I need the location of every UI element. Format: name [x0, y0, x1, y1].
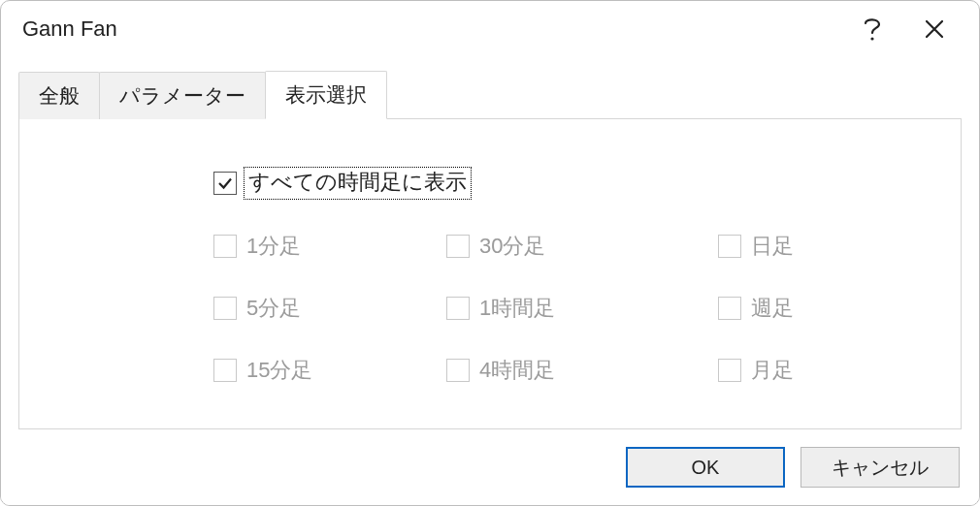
row-w1: 週足 [718, 294, 912, 323]
checkbox-m15[interactable] [213, 359, 237, 382]
svg-point-0 [870, 37, 873, 40]
label-all-timeframes[interactable]: すべての時間足に表示 [245, 168, 471, 199]
label-m30[interactable]: 30分足 [479, 232, 545, 261]
checkbox-h1[interactable] [446, 297, 470, 320]
tabpanel-display: すべての時間足に表示 1分足 30分足 日足 5分足 [18, 119, 962, 429]
tabs: 全般 パラメーター 表示選択 [18, 73, 962, 119]
checkbox-m30[interactable] [446, 235, 470, 258]
label-h1[interactable]: 1時間足 [479, 294, 555, 323]
dialog-gann-fan: Gann Fan 全般 パラメーター 表示選択 [0, 0, 980, 506]
checkbox-w1[interactable] [718, 297, 741, 320]
row-d1: 日足 [718, 232, 912, 261]
row-all-timeframes: すべての時間足に表示 [213, 168, 922, 199]
row-h4: 4時間足 [446, 356, 718, 385]
tab-display[interactable]: 表示選択 [265, 71, 387, 119]
label-mn[interactable]: 月足 [751, 356, 794, 385]
label-m15[interactable]: 15分足 [246, 356, 312, 385]
checkbox-h4[interactable] [446, 359, 470, 382]
checkbox-all-timeframes[interactable] [213, 172, 237, 195]
checkmark-icon [216, 174, 234, 192]
label-w1[interactable]: 週足 [751, 294, 794, 323]
row-m30: 30分足 [446, 232, 718, 261]
label-d1[interactable]: 日足 [751, 232, 794, 261]
tabs-wrap: 全般 パラメーター 表示選択 [1, 57, 979, 119]
tab-general[interactable]: 全般 [18, 72, 100, 119]
label-m1[interactable]: 1分足 [246, 232, 301, 261]
checkbox-mn[interactable] [718, 359, 741, 382]
tab-parameters[interactable]: パラメーター [99, 72, 266, 119]
label-m5[interactable]: 5分足 [246, 294, 301, 323]
button-row: OK キャンセル [1, 429, 979, 505]
cancel-button[interactable]: キャンセル [800, 447, 960, 488]
row-m5: 5分足 [213, 294, 446, 323]
checkbox-m1[interactable] [213, 235, 237, 258]
checkbox-m5[interactable] [213, 297, 237, 320]
row-m1: 1分足 [213, 232, 446, 261]
label-h4[interactable]: 4時間足 [479, 356, 555, 385]
help-icon [864, 16, 881, 43]
row-m15: 15分足 [213, 356, 446, 385]
window-title: Gann Fan [22, 16, 841, 42]
client-area: 全般 パラメーター 表示選択 すべての時間足に表示 1分足 [1, 57, 979, 505]
help-button[interactable] [841, 8, 903, 50]
titlebar: Gann Fan [1, 1, 979, 57]
checkbox-d1[interactable] [718, 235, 741, 258]
row-h1: 1時間足 [446, 294, 718, 323]
close-icon [924, 18, 945, 40]
ok-button[interactable]: OK [626, 447, 785, 488]
timeframe-grid: 1分足 30分足 日足 5分足 1時間足 [213, 232, 922, 385]
close-button[interactable] [903, 8, 965, 50]
row-mn: 月足 [718, 356, 912, 385]
